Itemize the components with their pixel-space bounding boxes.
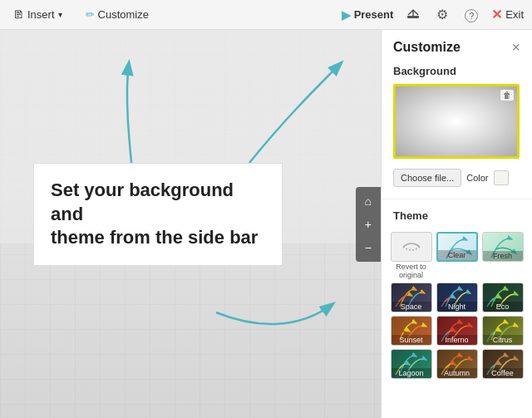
toolbar-right: ▶ Present ⚙ ? ✕ Exit [342, 5, 524, 25]
theme-label-revert: Revert tooriginal [396, 263, 426, 279]
theme-name-sunset: Sunset [392, 335, 431, 345]
sidebar-title: Customize [393, 40, 461, 55]
theme-item-sunset[interactable]: Sunset [390, 316, 432, 346]
customize-pencil-icon: ✏ [86, 8, 95, 21]
theme-item-fresh[interactable]: Fresh [481, 232, 524, 279]
choose-file-button[interactable]: Choose file... [393, 169, 461, 187]
background-preview[interactable]: 🗑 [393, 84, 520, 159]
help-icon: ? [465, 9, 478, 22]
zoom-out-icon: − [365, 241, 372, 254]
customize-button[interactable]: ✏ Customize [81, 5, 154, 24]
theme-thumb-coffee: Coffee [482, 349, 524, 379]
present-play-icon: ▶ [342, 8, 351, 22]
theme-name-coffee: Coffee [483, 368, 523, 378]
instruction-text-box: Set your background and theme from the s… [33, 163, 283, 266]
theme-item-revert[interactable]: Revert tooriginal [390, 232, 432, 279]
main-layout: Set your background and theme from the s… [0, 30, 532, 418]
background-preview-badge: 🗑 [500, 90, 514, 101]
help-button[interactable]: ? [461, 6, 481, 24]
theme-thumb-clear: Clear [436, 232, 478, 262]
theme-item-eco[interactable]: Eco [481, 283, 524, 312]
instruction-text-line2: theme from the side bar [51, 227, 258, 248]
exit-button[interactable]: ✕ Exit [491, 7, 524, 22]
settings-icon: ⚙ [436, 7, 448, 22]
exit-label: Exit [505, 8, 524, 21]
canvas-area[interactable]: Set your background and theme from the s… [0, 30, 381, 418]
theme-name-fresh: Fresh [483, 251, 523, 261]
home-control-button[interactable]: ⌂ [359, 190, 377, 212]
insert-label: Insert [27, 8, 55, 21]
theme-item-autumn[interactable]: Autumn [436, 349, 478, 379]
background-preview-image [396, 86, 517, 156]
theme-thumb-space: Space [391, 283, 432, 312]
theme-item-lagoon[interactable]: Lagoon [390, 349, 432, 379]
exit-x-icon: ✕ [491, 7, 502, 22]
home-icon: ⌂ [365, 194, 372, 208]
theme-thumb-citrus: Citrus [482, 316, 524, 346]
share-icon [406, 7, 420, 20]
background-section-label: Background [382, 61, 532, 84]
theme-thumb-sunset: Sunset [391, 316, 432, 346]
theme-thumb-revert [391, 232, 432, 262]
theme-name-eco: Eco [483, 302, 523, 312]
theme-item-citrus[interactable]: Citrus [481, 316, 524, 346]
present-button[interactable]: ▶ Present [342, 8, 394, 22]
customize-label: Customize [98, 8, 149, 21]
settings-button[interactable]: ⚙ [433, 5, 451, 24]
theme-name-space: Space [392, 302, 431, 312]
svg-rect-0 [407, 16, 419, 18]
insert-icon: 🖹 [13, 8, 24, 21]
theme-section: Theme Revert tooriginal Clear [382, 203, 532, 386]
customize-sidebar: Customize × Background 🗑 Choose file... … [381, 30, 532, 418]
theme-name-clear: Clear [438, 250, 476, 260]
share-button[interactable] [403, 5, 423, 25]
theme-thumb-autumn: Autumn [436, 349, 478, 379]
theme-thumb-lagoon: Lagoon [391, 349, 432, 379]
theme-item-clear[interactable]: Clear [436, 232, 478, 279]
toolbar: 🖹 Insert ▾ ✏ Customize ▶ Present ⚙ ? ✕ E… [0, 0, 532, 30]
section-divider [382, 199, 532, 199]
theme-name-lagoon: Lagoon [392, 368, 431, 378]
zoom-in-button[interactable]: + [359, 214, 377, 235]
theme-item-space[interactable]: Space [390, 283, 432, 312]
instruction-text-line1: Set your background and [51, 179, 234, 224]
theme-item-inferno[interactable]: Inferno [436, 316, 478, 346]
theme-section-label: Theme [382, 206, 532, 229]
insert-chevron-icon: ▾ [58, 10, 62, 19]
sidebar-close-button[interactable]: × [511, 40, 520, 55]
theme-item-coffee[interactable]: Coffee [481, 349, 524, 379]
theme-name-autumn: Autumn [437, 368, 477, 378]
side-controls-panel: ⌂ + − [356, 187, 381, 262]
background-controls: Choose file... Color [382, 165, 532, 195]
theme-grid: Revert tooriginal Clear Fresh [382, 229, 532, 382]
color-swatch[interactable] [494, 170, 509, 185]
insert-button[interactable]: 🖹 Insert ▾ [8, 5, 67, 24]
theme-name-inferno: Inferno [437, 335, 477, 345]
theme-thumb-inferno: Inferno [436, 316, 478, 346]
theme-name-night: Night [437, 302, 477, 312]
zoom-out-button[interactable]: − [359, 237, 377, 258]
present-label: Present [354, 8, 394, 21]
zoom-in-icon: + [365, 218, 372, 231]
theme-thumb-night: Night [436, 283, 478, 312]
theme-thumb-eco: Eco [482, 283, 524, 312]
color-label: Color [466, 173, 488, 183]
sidebar-header: Customize × [382, 30, 532, 61]
theme-thumb-fresh: Fresh [482, 232, 524, 262]
theme-item-night[interactable]: Night [436, 283, 478, 312]
theme-name-citrus: Citrus [483, 335, 523, 345]
